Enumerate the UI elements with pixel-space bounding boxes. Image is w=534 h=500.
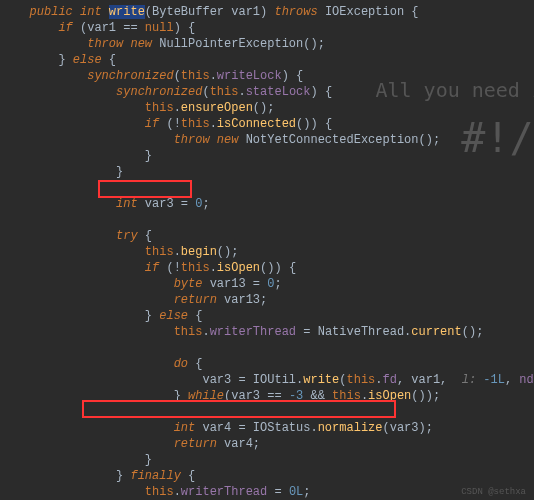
code-line[interactable]: [8, 404, 534, 420]
code-line[interactable]: [8, 180, 534, 196]
code-line[interactable]: } else {: [8, 52, 534, 68]
code-line[interactable]: byte var13 = 0;: [8, 276, 534, 292]
code-line[interactable]: synchronized(this.stateLock) {: [8, 84, 534, 100]
code-line[interactable]: this.begin();: [8, 244, 534, 260]
code-line[interactable]: if (!this.isConnected()) {: [8, 116, 534, 132]
code-line[interactable]: return var4;: [8, 436, 534, 452]
code-line[interactable]: int var4 = IOStatus.normalize(var3);: [8, 420, 534, 436]
code-line[interactable]: do {: [8, 356, 534, 372]
code-line[interactable]: return var13;: [8, 292, 534, 308]
code-line[interactable]: throw new NullPointerException();: [8, 36, 534, 52]
code-line[interactable]: }: [8, 452, 534, 468]
footer-watermark: CSDN @sethxa: [461, 487, 526, 497]
code-line[interactable]: int var3 = 0;: [8, 196, 534, 212]
code-line[interactable]: this.writerThread = 0L;: [8, 484, 534, 500]
code-line[interactable]: } else {: [8, 308, 534, 324]
code-line[interactable]: [8, 212, 534, 228]
code-editor[interactable]: All you need i #!/bin/b public int write…: [0, 0, 534, 500]
code-line[interactable]: public int write(ByteBuffer var1) throws…: [8, 4, 534, 20]
code-line[interactable]: }: [8, 148, 534, 164]
code-line[interactable]: this.ensureOpen();: [8, 100, 534, 116]
code-line[interactable]: synchronized(this.writeLock) {: [8, 68, 534, 84]
code-line[interactable]: }: [8, 164, 534, 180]
code-line[interactable]: throw new NotYetConnectedException();: [8, 132, 534, 148]
code-line[interactable]: this.writerThread = NativeThread.current…: [8, 324, 534, 340]
code-line[interactable]: if (!this.isOpen()) {: [8, 260, 534, 276]
code-line[interactable]: if (var1 == null) {: [8, 20, 534, 36]
code-line[interactable]: try {: [8, 228, 534, 244]
code-line[interactable]: } finally {: [8, 468, 534, 484]
code-line[interactable]: var3 = IOUtil.write(this.fd, var1, l: -1…: [8, 372, 534, 388]
code-line[interactable]: } while(var3 == -3 && this.isOpen());: [8, 388, 534, 404]
code-line[interactable]: [8, 340, 534, 356]
